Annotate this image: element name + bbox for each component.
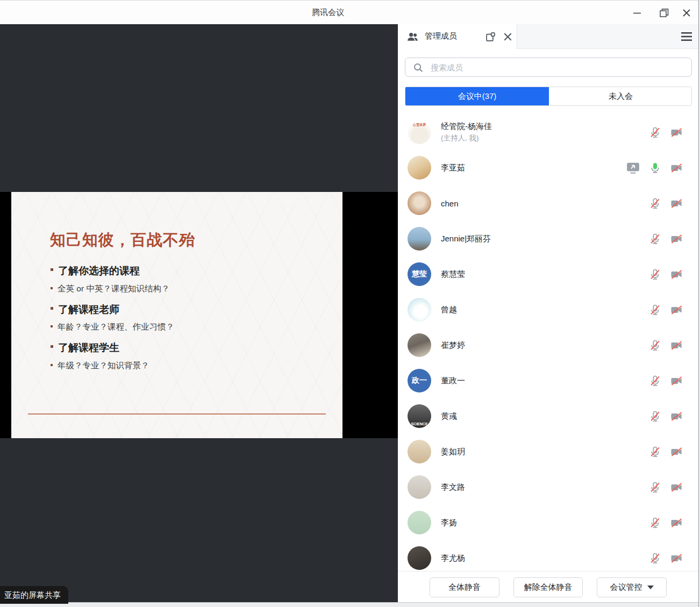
member-name: 崔梦婷 — [441, 340, 465, 351]
camera-off-icon[interactable] — [670, 410, 683, 423]
search-input[interactable] — [405, 58, 691, 76]
camera-off-icon[interactable] — [670, 517, 683, 529]
member-text: 蔡慧莹 — [441, 269, 465, 280]
member-role-label: (主持人, 我) — [441, 133, 492, 143]
bullet-marker — [51, 325, 53, 327]
close-icon — [681, 8, 692, 18]
bullet-text: 了解你选择的课程 — [58, 265, 140, 276]
minimize-icon — [632, 8, 642, 18]
close-icon — [503, 32, 513, 42]
tab-in-meeting[interactable]: 会议中(37) — [405, 87, 549, 105]
mic-icon[interactable] — [649, 481, 661, 494]
mic-icon[interactable] — [649, 375, 661, 387]
bullet-marker — [51, 268, 53, 271]
avatar — [408, 298, 431, 322]
member-row[interactable]: 李亚茹 — [398, 150, 698, 185]
restore-button[interactable] — [653, 1, 675, 25]
member-status-icons — [649, 398, 698, 434]
avatar: SCIENCE — [408, 404, 431, 428]
mic-icon[interactable] — [649, 162, 661, 174]
camera-off-icon[interactable] — [670, 268, 683, 281]
camera-off-icon[interactable] — [670, 197, 683, 210]
camera-off-icon[interactable] — [670, 446, 683, 458]
avatar: 政一 — [408, 369, 431, 392]
people-icon — [406, 30, 419, 43]
member-row[interactable]: 曾越 — [398, 292, 698, 327]
mic-icon[interactable] — [649, 126, 661, 139]
unmute-all-button[interactable]: 解除全体静音 — [513, 577, 583, 597]
minimize-button[interactable] — [626, 1, 648, 25]
member-row[interactable]: SCIENCE 黄彧 — [398, 398, 698, 434]
camera-off-icon[interactable] — [670, 233, 683, 245]
member-status-icons — [649, 469, 698, 505]
member-row[interactable]: Jennie|郑丽芬 — [398, 221, 698, 256]
mic-icon[interactable] — [649, 410, 661, 423]
member-name: chen — [441, 199, 459, 208]
member-row[interactable]: 李文路 — [398, 469, 698, 505]
member-status-icons — [649, 115, 698, 150]
avatar: 慧莹 — [408, 262, 431, 286]
avatar: 心宽体胖 — [408, 120, 431, 144]
mic-icon[interactable] — [649, 268, 661, 281]
member-row[interactable]: 慧莹 蔡慧莹 — [398, 256, 698, 292]
mic-icon[interactable] — [649, 517, 661, 529]
mic-icon[interactable] — [649, 446, 661, 458]
bullet-marker — [51, 307, 53, 310]
member-status-icons — [649, 221, 698, 256]
mute-all-button[interactable]: 全体静音 — [430, 577, 499, 597]
camera-off-icon[interactable] — [670, 552, 683, 565]
member-row[interactable]: 姜如玥 — [398, 434, 698, 469]
camera-off-icon[interactable] — [670, 126, 683, 139]
member-text: 李扬 — [441, 518, 457, 528]
member-row[interactable]: 心宽体胖 经管院-杨海佳 (主持人, 我) — [398, 115, 698, 150]
tab-not-joined[interactable]: 未入会 — [549, 87, 692, 105]
slide: 知己知彼，百战不殆 了解你选择的课程全英 or 中英？课程知识结构？了解课程老师… — [11, 192, 342, 438]
member-status-icons — [649, 363, 698, 398]
close-button[interactable] — [676, 1, 697, 25]
shared-screen-area: 知己知彼，百战不殆 了解你选择的课程全英 or 中英？课程知识结构？了解课程老师… — [0, 24, 398, 603]
member-text: 董政一 — [441, 376, 465, 386]
close-panel-button[interactable] — [501, 30, 514, 43]
panel-menu-button[interactable] — [680, 30, 694, 43]
bullet-text: 了解课程老师 — [58, 304, 119, 315]
member-text: 曾越 — [441, 305, 457, 315]
member-status-icons — [649, 505, 698, 540]
window-bottom-edge — [0, 603, 700, 607]
screen-share-banner: 亚茹的屏幕共享 — [0, 586, 68, 604]
member-name: 李文路 — [441, 482, 465, 492]
camera-off-icon[interactable] — [670, 375, 683, 387]
search-box — [405, 58, 692, 77]
mic-icon[interactable] — [649, 304, 661, 316]
mic-icon[interactable] — [649, 233, 661, 245]
member-row[interactable]: 李扬 — [398, 505, 698, 540]
member-text: 李文路 — [441, 482, 465, 492]
mic-icon[interactable] — [649, 552, 661, 565]
member-status-icons — [626, 150, 698, 185]
member-name: 董政一 — [441, 376, 465, 386]
mic-icon[interactable] — [649, 197, 661, 210]
member-row[interactable]: chen — [398, 185, 698, 221]
avatar — [408, 156, 431, 180]
mic-icon[interactable] — [649, 339, 661, 352]
member-name: 李尤杨 — [441, 553, 465, 563]
avatar — [408, 440, 431, 463]
tab-manage-members[interactable]: 管理成员 — [398, 24, 517, 49]
member-status-icons — [649, 434, 698, 469]
camera-off-icon[interactable] — [670, 339, 683, 352]
slide-divider-line — [28, 413, 326, 415]
avatar — [408, 191, 431, 215]
camera-off-icon[interactable] — [670, 481, 683, 494]
member-row[interactable]: 政一 董政一 — [398, 363, 698, 398]
camera-off-icon[interactable] — [670, 304, 683, 316]
camera-off-icon[interactable] — [670, 162, 683, 174]
member-text: 崔梦婷 — [441, 340, 465, 351]
avatar — [408, 333, 431, 357]
window-title: 腾讯会议 — [247, 8, 409, 18]
member-tabs: 会议中(37) 未入会 — [405, 87, 692, 106]
panel-footer: 全体静音 解除全体静音 会议管控 — [398, 571, 698, 603]
member-text: 姜如玥 — [441, 447, 465, 457]
avatar — [408, 227, 431, 251]
meeting-control-button[interactable]: 会议管控 — [597, 577, 667, 597]
member-row[interactable]: 崔梦婷 — [398, 327, 698, 363]
popout-panel-button[interactable] — [484, 30, 497, 43]
